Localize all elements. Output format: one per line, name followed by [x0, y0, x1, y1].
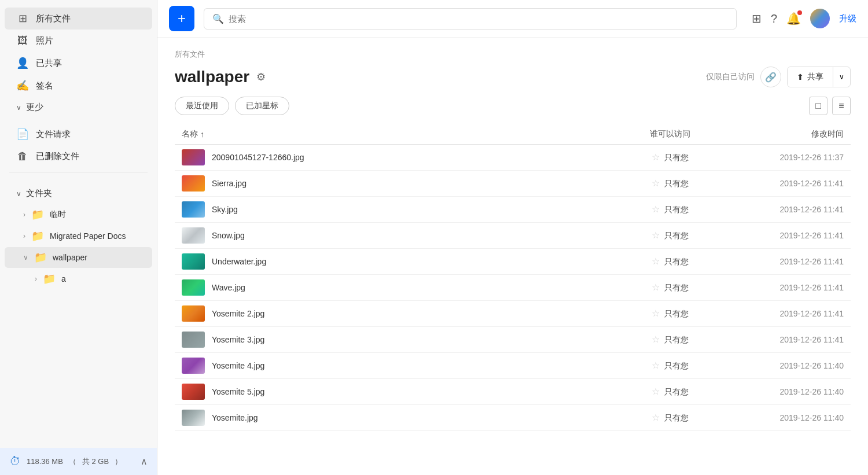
table-row[interactable]: Underwater.jpg ☆ 只有您 2019-12-26 11:41 [175, 249, 851, 275]
search-input[interactable] [229, 14, 728, 24]
grid-icon[interactable]: ⊞ [752, 12, 762, 25]
folder-item-wallpaper[interactable]: ∨ 📁 wallpaper [5, 247, 152, 268]
folder-item-linshi[interactable]: › 📁 临时 [5, 204, 152, 225]
star-icon[interactable]: ☆ [652, 178, 660, 188]
col-name-header[interactable]: 名称 ↑ [182, 129, 612, 139]
star-icon[interactable]: ☆ [652, 204, 660, 214]
file-name: Sierra.jpg [212, 179, 247, 188]
table-row[interactable]: 200901045127-12660.jpg ☆ 只有您 2019-12-26 … [175, 145, 851, 171]
file-modified: 2019-12-26 11:41 [728, 335, 844, 344]
storage-icon: ⏱ [9, 455, 21, 468]
table-row[interactable]: Sierra.jpg ☆ 只有您 2019-12-26 11:41 [175, 171, 851, 197]
upgrade-button[interactable]: 升级 [839, 13, 856, 24]
sidebar-item-photos[interactable]: 🖼 照片 [5, 30, 152, 51]
sidebar-item-label: 照片 [36, 35, 141, 46]
file-name-cell: Yosemite.jpg [182, 410, 612, 426]
star-icon[interactable]: ☆ [652, 334, 660, 344]
sidebar-item-shared[interactable]: 👤 已共享 [5, 52, 152, 74]
col-modified-header: 修改时间 [728, 129, 844, 139]
access-header-label: 谁可以访问 [650, 129, 690, 138]
search-bar: 🔍 [204, 8, 737, 30]
chevron-icon: ∨ [16, 104, 21, 112]
sidebar-item-file-request[interactable]: 📄 文件请求 [5, 123, 152, 145]
expand-storage-icon[interactable]: ∧ [141, 456, 148, 467]
file-name: Underwater.jpg [212, 257, 266, 266]
file-name-cell: Wave.jpg [182, 279, 612, 296]
file-name-cell: Yosemite 4.jpg [182, 358, 612, 374]
grid-view-button[interactable]: □ [809, 97, 827, 115]
bell-wrapper: 🔔 [786, 12, 801, 25]
file-access: ☆ 只有您 [612, 230, 728, 241]
table-row[interactable]: Sky.jpg ☆ 只有您 2019-12-26 11:41 [175, 197, 851, 223]
file-thumbnail [182, 149, 205, 165]
folder-icon: 📁 [31, 230, 44, 242]
sidebar: ⊞ 所有文件 🖼 照片 👤 已共享 ✍ 签名 ∨ 更少 📄 文件请求 [0, 0, 157, 475]
plus-icon: + [178, 10, 186, 27]
file-name-cell: Snow.jpg [182, 227, 612, 244]
filter-tabs: 最近使用 已加星标 [175, 97, 289, 115]
table-row[interactable]: Yosemite 5.jpg ☆ 只有您 2019-12-26 11:40 [175, 379, 851, 405]
add-button[interactable]: + [169, 6, 194, 31]
file-name: Snow.jpg [212, 231, 245, 240]
gear-icon[interactable]: ⚙ [256, 71, 266, 83]
file-table: 名称 ↑ 谁可以访问 修改时间 200901045127-12660.jpg ☆… [175, 124, 851, 431]
star-icon[interactable]: ☆ [652, 152, 660, 162]
file-thumbnail [182, 279, 205, 296]
avatar[interactable] [810, 9, 830, 28]
star-icon[interactable]: ☆ [652, 360, 660, 370]
table-row[interactable]: Yosemite.jpg ☆ 只有您 2019-12-26 11:40 [175, 405, 851, 431]
star-icon[interactable]: ☆ [652, 256, 660, 266]
col-access-header: 谁可以访问 [612, 129, 728, 139]
folder-label: wallpaper [53, 253, 87, 262]
share-button[interactable]: ⬆ 共享 [788, 67, 833, 87]
star-icon[interactable]: ☆ [652, 282, 660, 292]
share-dropdown-button[interactable]: ∨ [833, 67, 850, 87]
header: + 🔍 ⊞ ? 🔔 升级 [157, 0, 868, 38]
filter-tab-recent[interactable]: 最近使用 [175, 97, 229, 115]
table-row[interactable]: Yosemite 3.jpg ☆ 只有您 2019-12-26 11:41 [175, 327, 851, 353]
table-row[interactable]: Wave.jpg ☆ 只有您 2019-12-26 11:41 [175, 275, 851, 301]
table-row[interactable]: Yosemite 2.jpg ☆ 只有您 2019-12-26 11:41 [175, 301, 851, 327]
folder-label: a [61, 274, 66, 283]
folder-title: wallpaper [175, 68, 249, 86]
star-icon[interactable]: ☆ [652, 308, 660, 318]
file-name: Yosemite 2.jpg [212, 309, 264, 318]
filter-row: 最近使用 已加星标 □ ≡ [175, 97, 851, 115]
storage-total: 共 2 GB [82, 456, 109, 467]
file-modified: 2019-12-26 11:40 [728, 413, 844, 422]
table-row[interactable]: Yosemite 4.jpg ☆ 只有您 2019-12-26 11:40 [175, 353, 851, 379]
sidebar-item-label: 已删除文件 [36, 151, 141, 162]
filter-tab-starred[interactable]: 已加星标 [235, 97, 289, 115]
file-thumbnail [182, 384, 205, 400]
table-header: 名称 ↑ 谁可以访问 修改时间 [175, 124, 851, 145]
chevron-right-icon: › [23, 232, 25, 240]
chevron-down-icon: ∨ [23, 253, 28, 262]
file-thumbnail [182, 175, 205, 192]
photos-icon: 🖼 [16, 35, 29, 47]
table-row[interactable]: Snow.jpg ☆ 只有您 2019-12-26 11:41 [175, 223, 851, 249]
star-icon[interactable]: ☆ [652, 386, 660, 396]
search-icon: 🔍 [212, 13, 224, 24]
signature-icon: ✍ [16, 79, 29, 92]
star-icon[interactable]: ☆ [652, 413, 660, 422]
folders-section-header[interactable]: ∨ 文件夹 [5, 183, 152, 204]
file-thumbnail [182, 358, 205, 374]
sidebar-item-signature[interactable]: ✍ 签名 [5, 75, 152, 97]
storage-used: 118.36 MB [27, 457, 63, 466]
help-icon[interactable]: ? [771, 12, 777, 25]
file-thumbnail [182, 410, 205, 426]
folder-item-a[interactable]: › 📁 a [5, 268, 152, 289]
list-view-button[interactable]: ≡ [832, 97, 851, 115]
sidebar-item-less[interactable]: ∨ 更少 [5, 97, 152, 117]
file-thumbnail [182, 253, 205, 270]
folder-item-migrated[interactable]: › 📁 Migrated Paper Docs [5, 226, 152, 246]
sidebar-item-label: 签名 [36, 80, 141, 91]
folder-icon: 📁 [43, 273, 56, 285]
sidebar-item-deleted-files[interactable]: 🗑 已删除文件 [5, 146, 152, 167]
file-name: Wave.jpg [212, 283, 245, 292]
file-access: ☆ 只有您 [612, 178, 728, 189]
file-name-cell: Yosemite 2.jpg [182, 305, 612, 322]
lock-button[interactable]: 🔗 [760, 67, 781, 87]
sidebar-item-all-files[interactable]: ⊞ 所有文件 [5, 8, 152, 30]
star-icon[interactable]: ☆ [652, 230, 660, 240]
